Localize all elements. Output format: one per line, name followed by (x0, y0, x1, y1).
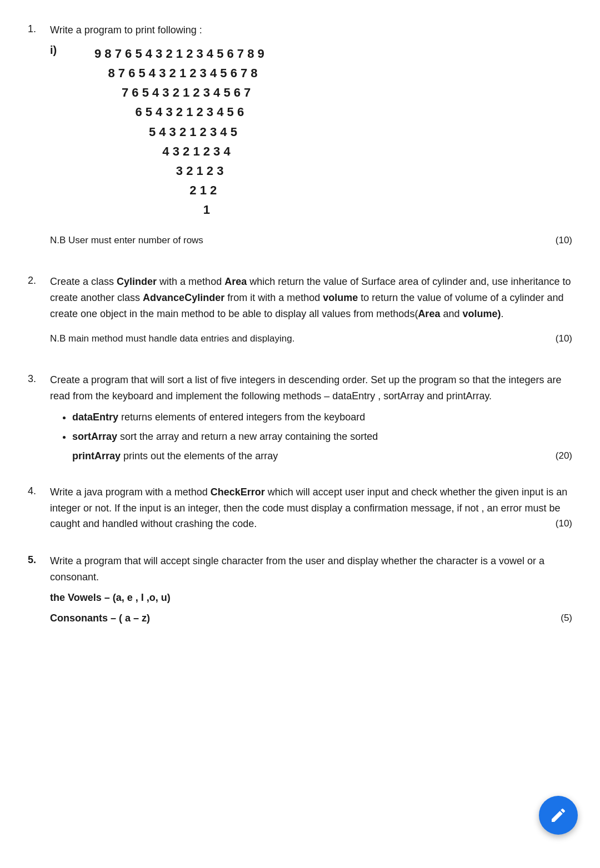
bullet-printarray: printArray prints out the elements of th… (72, 448, 572, 464)
question-4-text: Write a java program with a method Check… (50, 484, 572, 532)
question-1-marks: (10) (556, 235, 572, 246)
question-content-2: Create a class Cylinder with a method Ar… (50, 274, 572, 355)
question-5-consonants: Consonants – ( a – z) (5) (50, 610, 572, 626)
bold-sortarray: sortArray (72, 431, 117, 442)
question-2: 2. Create a class Cylinder with a method… (28, 274, 572, 355)
question-1-sub: i) 9 8 7 6 5 4 3 2 1 2 3 4 5 6 7 8 9 8 7… (50, 44, 572, 231)
pattern-line-3: 6 5 4 3 2 1 2 3 4 5 6 (94, 102, 264, 122)
question-number-4: 4. (28, 484, 50, 536)
pattern-block: 9 8 7 6 5 4 3 2 1 2 3 4 5 6 7 8 9 8 7 6 … (94, 44, 264, 220)
question-2-text: Create a class Cylinder with a method Ar… (50, 274, 572, 322)
question-1-nb: N.B User must enter number of rows (10) (50, 235, 572, 246)
question-list: 1. Write a program to print following : … (28, 22, 572, 630)
edit-icon (549, 806, 567, 824)
bold-printarray: printArray (72, 450, 121, 461)
ref-area: Area (418, 308, 440, 319)
pattern-line-2: 7 6 5 4 3 2 1 2 3 4 5 6 7 (94, 83, 264, 102)
printarray-text: printArray prints out the elements of th… (72, 448, 278, 464)
question-1: 1. Write a program to print following : … (28, 22, 572, 257)
method-area: Area (224, 276, 247, 287)
question-3-bullets: dataEntry returns elements of entered in… (72, 409, 572, 464)
question-1-text: Write a program to print following : (50, 22, 572, 38)
question-content-5: Write a program that will accept single … (50, 553, 572, 630)
method-volume: volume (323, 292, 358, 303)
pattern-line-5: 4 3 2 1 2 3 4 (94, 142, 264, 161)
question-5: 5. Write a program that will accept sing… (28, 553, 572, 630)
question-content-1: Write a program to print following : i) … (50, 22, 572, 257)
question-number-3: 3. (28, 372, 50, 468)
fab-edit-button[interactable] (539, 796, 578, 835)
question-2-nb: N.B main method must handle data entries… (50, 333, 572, 344)
bullet-dataentry: dataEntry returns elements of entered in… (72, 409, 572, 425)
pattern-line-7: 2 1 2 (94, 180, 264, 200)
question-2-nb-row: N.B main method must handle data entries… (50, 333, 572, 344)
question-4-marks: (10) (556, 516, 572, 531)
class-advancecylinder: AdvanceCylinder (143, 292, 224, 303)
question-5-vowels: the Vowels – (a, e , I ,o, u) (50, 590, 572, 606)
ref-volume: volume) (462, 308, 501, 319)
question-4: 4. Write a java program with a method Ch… (28, 484, 572, 536)
question-3: 3. Create a program that will sort a lis… (28, 372, 572, 468)
question-number-2: 2. (28, 274, 50, 355)
class-cylinder: Cylinder (117, 276, 157, 287)
question-5-marks: (5) (561, 610, 572, 626)
question-2-marks: (10) (556, 333, 572, 344)
question-number-1: 1. (28, 22, 50, 257)
bullet-sortarray: sortArray sort the array and return a ne… (72, 429, 572, 445)
question-number-5: 5. (28, 553, 50, 630)
pattern-line-8: 1 (94, 200, 264, 219)
question-1-nb-text: N.B User must enter number of rows (50, 235, 203, 246)
question-3-intro: Create a program that will sort a list o… (50, 372, 572, 404)
question-2-nb-text: N.B main method must handle data entries… (50, 333, 294, 344)
vowels-label: the Vowels – (a, e , I ,o, u) (50, 592, 171, 603)
question-3-marks: (20) (556, 448, 572, 464)
question-content-3: Create a program that will sort a list o… (50, 372, 572, 468)
question-content-4: Write a java program with a method Check… (50, 484, 572, 536)
method-checkerror: CheckError (211, 486, 265, 498)
bold-dataentry: dataEntry (72, 412, 118, 423)
sub-label-i: i) (50, 44, 83, 225)
rest-sortarray: sort the array and return a new array co… (117, 431, 378, 442)
pattern-line-0: 9 8 7 6 5 4 3 2 1 2 3 4 5 6 7 8 9 (94, 44, 264, 63)
pattern-line-1: 8 7 6 5 4 3 2 1 2 3 4 5 6 7 8 (94, 63, 264, 83)
question-5-intro: Write a program that will accept single … (50, 553, 572, 585)
consonants-label: Consonants – ( a – z) (50, 610, 150, 626)
pattern-line-6: 3 2 1 2 3 (94, 161, 264, 180)
pattern-line-4: 5 4 3 2 1 2 3 4 5 (94, 122, 264, 142)
rest-dataentry: returns elements of entered integers fro… (118, 412, 365, 423)
